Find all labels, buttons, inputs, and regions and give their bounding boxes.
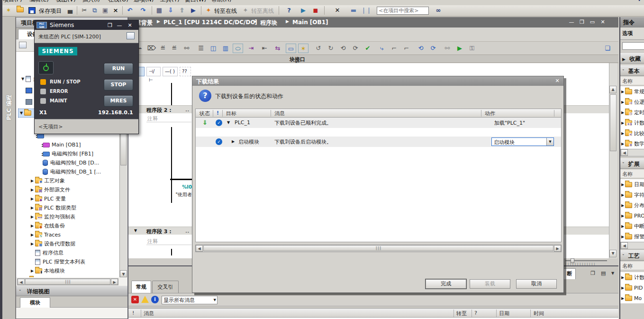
sort-orders-icon[interactable] xyxy=(19,42,27,48)
favorites-toggle-icon[interactable]: ✶ xyxy=(298,44,308,53)
tree-item-plc-data-types[interactable]: ▶ 目 PLC 数据类型 xyxy=(29,203,76,212)
test-run-icon[interactable]: ▶ xyxy=(454,44,465,53)
instruction-group-math[interactable]: ▶±数学 xyxy=(620,138,644,149)
tree-item-external-sources[interactable]: ▶ 回 外部源文件 xyxy=(29,185,70,194)
finish-button[interactable]: 完成 xyxy=(426,279,466,289)
paste-icon[interactable]: ▣ xyxy=(100,6,110,15)
plcsim-title-bar[interactable]: PLC SIM Siemens ❐ — ✕ xyxy=(35,20,138,30)
undo-icon[interactable]: ↶ xyxy=(125,6,135,15)
extended-horizontal-scrollbar[interactable]: ◀ xyxy=(620,242,644,249)
result-row-plc1[interactable]: ⇓ ✓ ▼ PLC_1 下载到设备已顺利完成。 加载"PLC_1" xyxy=(196,118,561,128)
instruction-group-alarms[interactable]: ▶报警 xyxy=(620,231,644,242)
collapse-icon[interactable]: ▼ xyxy=(227,120,230,125)
load-button[interactable]: 装载 xyxy=(470,279,510,289)
monitoring-off-icon[interactable]: ⟳ xyxy=(428,44,438,53)
tree-item-add-device[interactable] xyxy=(26,86,32,95)
instruction-group-distributed-io[interactable]: ▶分布 xyxy=(620,200,644,210)
menu-help[interactable]: 帮助(H) xyxy=(211,0,231,4)
instruction-group-bit-logic[interactable]: ▶⊣位逻 xyxy=(620,97,644,107)
project-tree-horizontal-scrollbar[interactable]: ◀ ║║║ ▶ xyxy=(17,278,118,285)
section-favorites[interactable]: ▶ 收藏 xyxy=(620,53,644,64)
expand-icon[interactable]: ▶ xyxy=(29,206,35,210)
tab-general[interactable]: 常规 xyxy=(131,281,151,293)
instruction-group-general[interactable]: ▶常规 xyxy=(620,86,644,97)
project-search-input[interactable] xyxy=(377,7,429,15)
expand-icon[interactable]: ▶ xyxy=(29,215,35,219)
open-all-networks-icon[interactable]: ◫ xyxy=(208,44,218,53)
expand-icon[interactable]: ▶ xyxy=(29,179,35,183)
go-online-icon[interactable]: ✦ xyxy=(204,6,213,15)
close-icon[interactable]: ✕ xyxy=(598,18,608,26)
network2-comment[interactable]: 注释 xyxy=(147,115,158,122)
cut-icon[interactable]: ✂ xyxy=(80,6,89,15)
start-simulation-icon[interactable]: ▶ xyxy=(299,6,308,15)
instruction-group-profienergy[interactable]: ▶PRO xyxy=(620,210,644,221)
minimize-icon[interactable]: — xyxy=(567,18,576,26)
tree-item-db[interactable]: 电磁阀控制_DB [D... xyxy=(43,158,99,167)
menu-project[interactable]: 项目(P) xyxy=(3,0,22,4)
instruction-search-input[interactable] xyxy=(622,42,644,50)
result-row-start-modules[interactable]: ✓ ▶ 启动模块 下载到设备后启动模块。 启动模块 ▼ xyxy=(196,137,561,147)
refresh-calls-icon[interactable]: ⟳ xyxy=(350,44,361,53)
go-online-label[interactable]: 转至在线 xyxy=(214,7,237,15)
upload-from-device-icon[interactable]: ⇧ xyxy=(177,6,187,15)
float-inspector-icon[interactable]: ❐ xyxy=(590,270,595,276)
instruction-group-timers[interactable]: ▶◷定时 xyxy=(620,107,644,118)
network-view-icon[interactable]: ▭ xyxy=(286,44,296,53)
go-offline-label[interactable]: 转至离线 xyxy=(251,7,274,15)
menu-edit[interactable]: 编辑(E) xyxy=(29,0,49,4)
ip-address[interactable]: 192.168.0.1 xyxy=(98,109,133,116)
redefine-icon[interactable]: ≝ xyxy=(169,44,180,53)
collapse-detail-icon[interactable]: ˇ xyxy=(19,290,21,294)
save-project-label[interactable]: 保存项目 xyxy=(39,7,62,15)
section-basic-instructions[interactable]: ˇ 基本 xyxy=(620,65,644,76)
tree-item-devices-networks[interactable] xyxy=(26,97,32,106)
run-button[interactable]: RUN xyxy=(104,63,133,74)
switch-view-icon[interactable] xyxy=(127,32,135,39)
scroll-left-icon[interactable]: ◀ xyxy=(18,279,25,285)
mres-button[interactable]: MRES xyxy=(104,95,133,107)
start-runtime-icon[interactable]: ▶ xyxy=(189,6,198,15)
scroll-left-icon[interactable]: ◀ xyxy=(196,245,203,252)
operand-address[interactable]: %I0 xyxy=(175,184,192,190)
tree-item-traces[interactable]: ▶ ∿ Traces xyxy=(29,230,61,239)
update-inconsistent-calls-icon[interactable]: ⟲ xyxy=(338,44,348,53)
breadcrumb-plc[interactable]: PLC_1 [CPU 1214C DC/DC/DC] xyxy=(163,19,257,26)
split-vertical-icon[interactable]: ❘❘ xyxy=(361,6,371,15)
plc-programming-vertical-label[interactable]: PLC 编程 xyxy=(5,82,13,120)
tab-diagnostics-fragment[interactable]: 断 xyxy=(563,268,576,279)
comments-toggle-icon[interactable]: ⬭ xyxy=(233,44,243,53)
instruction-group-counters[interactable]: ▶+1计数 xyxy=(620,118,644,128)
online-diagnostics-icon[interactable]: ? xyxy=(284,6,294,15)
minimize-icon[interactable]: — xyxy=(115,22,124,29)
tree-item-ungrouped-devices[interactable]: ▶ 未分组的设备 xyxy=(24,275,70,277)
tab-cross-reference[interactable]: 交叉引 xyxy=(152,281,179,293)
snapshot-icon[interactable]: ⚯ xyxy=(442,44,453,53)
call-environment-icon[interactable]: ⤷ xyxy=(377,44,387,53)
redo-icon[interactable]: ↷ xyxy=(138,6,148,15)
error-filter-icon[interactable]: ✕ xyxy=(131,296,139,303)
expand-icon[interactable]: ▶ xyxy=(29,224,35,228)
close-all-networks-icon[interactable]: ▥ xyxy=(220,44,231,53)
splitter-arrows-icon[interactable]: ▲▼ xyxy=(295,60,299,63)
tree-item-tech-objects[interactable]: ▶ ✱ 工艺对象 xyxy=(29,176,65,185)
expand-icon[interactable]: ▶ xyxy=(29,269,35,273)
power-button[interactable] xyxy=(38,61,54,74)
tree-item-alarm-text-lists[interactable]: PLC 报警文本列表 xyxy=(35,257,85,266)
cross-reference-icon[interactable]: ✕ xyxy=(333,6,342,15)
download-to-device-icon[interactable]: ⇩ xyxy=(166,6,175,15)
scroll-down-icon[interactable]: ▼ xyxy=(120,270,127,277)
menu-window[interactable]: 窗口(W) xyxy=(185,0,206,4)
warning-filter-icon[interactable] xyxy=(141,296,149,303)
lad-empty-box-button[interactable]: ?? xyxy=(180,67,191,76)
go-offline-icon[interactable]: ✦ xyxy=(241,6,250,15)
message-filter-dropdown[interactable]: 显示所有消息 ▼ xyxy=(162,296,218,304)
keep-layout-icon[interactable]: ❏ xyxy=(602,44,613,53)
dropdown-arrow-icon[interactable]: ▼ xyxy=(546,138,553,146)
consistency-check-icon[interactable]: ✔ xyxy=(363,44,373,53)
tree-item-local-modules[interactable]: ▶ ▮ 本地模块 xyxy=(29,266,65,275)
stop-button[interactable]: STOP xyxy=(104,79,133,91)
close-icon[interactable]: ✕ xyxy=(553,77,562,85)
stop-simulation-icon[interactable]: ◼ xyxy=(311,6,320,15)
collapse-icon[interactable]: ▼ xyxy=(20,77,26,81)
